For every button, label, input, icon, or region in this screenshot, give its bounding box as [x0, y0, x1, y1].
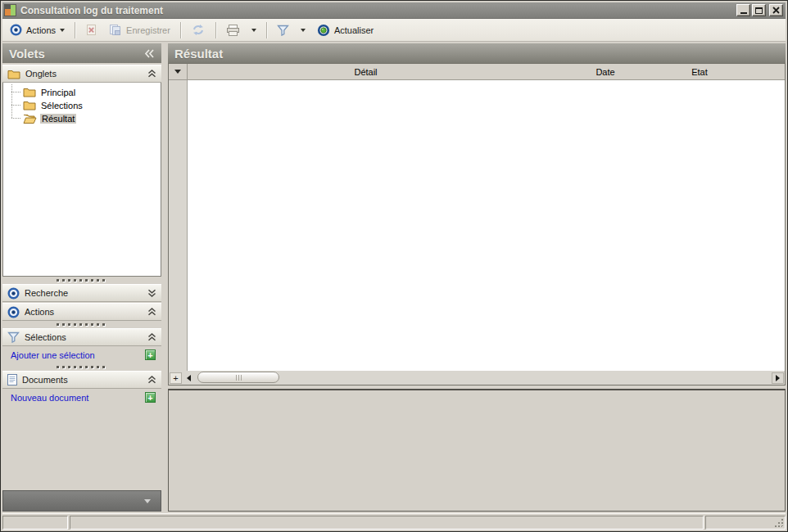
toolbar-separator — [75, 22, 75, 38]
chevron-double-up-icon — [147, 333, 156, 341]
content-area: Volets Onglets — [2, 43, 786, 512]
folder-icon — [7, 69, 20, 79]
chevron-down-icon — [301, 29, 306, 32]
print-button[interactable] — [222, 22, 244, 38]
row-selector-column — [169, 80, 188, 371]
chevron-down-icon — [251, 29, 256, 32]
collapse-pane-button[interactable] — [144, 49, 155, 58]
resize-grip-icon[interactable] — [774, 518, 784, 528]
section-header-actions[interactable]: Actions — [2, 303, 161, 321]
green-plus-icon[interactable]: + — [145, 392, 156, 403]
save-icon — [109, 24, 122, 36]
splitter-grip[interactable] — [2, 321, 161, 327]
green-plus-icon[interactable]: + — [145, 349, 156, 360]
splitter-grip[interactable] — [2, 277, 161, 283]
tree-item-label: Principal — [39, 88, 77, 97]
sidebar-header: Volets — [2, 43, 161, 63]
section-label-documents: Documents — [22, 375, 143, 385]
scroll-right-button[interactable] — [772, 372, 784, 384]
close-icon — [772, 7, 780, 14]
column-header-detail[interactable]: Détail — [188, 64, 544, 79]
chevron-double-up-icon — [147, 376, 156, 384]
app-icon — [4, 4, 16, 16]
main-panel: Résultat Détail Date Etat + — [168, 43, 786, 512]
toolbar-separator — [266, 22, 267, 38]
actions-menu-button[interactable]: Actions — [6, 21, 69, 38]
status-cell-left — [2, 516, 68, 530]
column-chooser-button[interactable] — [169, 64, 188, 79]
chevron-down-icon — [60, 29, 65, 32]
selections-link-row: Ajouter une sélection + — [2, 346, 161, 363]
refresh-button-label: Actualiser — [334, 25, 374, 35]
target-icon — [10, 24, 22, 36]
grip-dots-icon — [57, 366, 107, 368]
new-document-link[interactable]: Nouveau document — [11, 393, 88, 403]
tree-item-resultat[interactable]: Résultat — [3, 112, 161, 124]
chevron-double-down-icon — [147, 289, 156, 297]
add-row-button[interactable]: + — [170, 372, 182, 384]
filter-button[interactable] — [273, 22, 293, 38]
splitter-grip[interactable] — [2, 363, 161, 370]
minimize-button[interactable] — [736, 4, 750, 16]
minimize-icon — [740, 12, 747, 14]
column-header-etat[interactable]: Etat — [667, 64, 732, 79]
window-title: Consultation log du traitement — [20, 5, 736, 16]
refresh-button[interactable]: Actualiser — [313, 21, 378, 39]
section-header-recherche[interactable]: Recherche — [2, 284, 161, 302]
funnel-icon — [7, 331, 20, 343]
section-header-onglets[interactable]: Onglets — [2, 65, 161, 83]
sidebar-bottom-bar[interactable] — [2, 490, 161, 512]
grid-scroll-row: + — [169, 371, 785, 385]
tree-item-principal[interactable]: Principal — [3, 86, 161, 98]
onglets-tree: Principal Sélections Résultat — [2, 83, 161, 277]
folder-icon — [23, 87, 36, 97]
app-window: Consultation log du traitement Actions — [0, 0, 788, 532]
close-button[interactable] — [769, 4, 783, 16]
sync-arrows-icon — [191, 24, 206, 36]
sync-button — [187, 21, 210, 38]
save-button-label: Enregistrer — [126, 25, 170, 35]
target-icon — [7, 306, 20, 318]
horizontal-scrollbar[interactable] — [196, 372, 771, 384]
funnel-icon — [277, 25, 289, 36]
detail-panel — [168, 389, 786, 512]
maximize-icon — [755, 7, 763, 14]
arrow-left-icon — [187, 375, 191, 381]
folder-open-icon — [23, 113, 37, 124]
sidebar-title: Volets — [9, 47, 45, 61]
result-header: Résultat — [168, 43, 786, 63]
toolbar-separator — [180, 22, 181, 38]
print-options-dropdown[interactable] — [247, 26, 260, 34]
section-label-actions: Actions — [25, 307, 143, 317]
target-icon — [7, 287, 20, 300]
section-label-recherche: Recherche — [25, 288, 143, 298]
status-cell-right — [705, 516, 786, 530]
title-bar: Consultation log du traitement — [2, 2, 786, 19]
filter-options-dropdown[interactable] — [297, 26, 310, 34]
grid-header-row: Détail Date Etat — [169, 64, 785, 80]
actions-menu-label: Actions — [26, 25, 56, 35]
maximize-button[interactable] — [752, 4, 766, 16]
grid-body — [169, 80, 785, 371]
chevron-double-up-icon — [147, 70, 156, 78]
folder-icon — [23, 100, 36, 110]
status-cell-main — [70, 516, 704, 530]
column-header-date[interactable]: Date — [544, 64, 667, 79]
add-selection-link[interactable]: Ajouter une sélection — [11, 350, 95, 360]
result-grid: Détail Date Etat + — [168, 63, 786, 385]
scrollbar-thumb[interactable] — [197, 372, 279, 383]
section-header-documents[interactable]: Documents — [2, 371, 161, 389]
grip-dots-icon — [57, 323, 107, 326]
tree-item-label: Sélections — [39, 101, 84, 110]
chevron-down-icon — [144, 499, 151, 503]
tree-item-selections[interactable]: Sélections — [3, 99, 161, 111]
scroll-left-button[interactable] — [183, 372, 195, 384]
section-label-selections: Sélections — [25, 332, 143, 342]
status-bar — [2, 513, 786, 530]
printer-icon — [226, 25, 240, 36]
chevron-down-icon — [174, 70, 181, 74]
section-header-selections[interactable]: Sélections — [2, 328, 161, 346]
documents-link-row: Nouveau document + — [2, 389, 161, 406]
toolbar-separator — [215, 22, 216, 38]
grip-dots-icon — [57, 279, 107, 282]
